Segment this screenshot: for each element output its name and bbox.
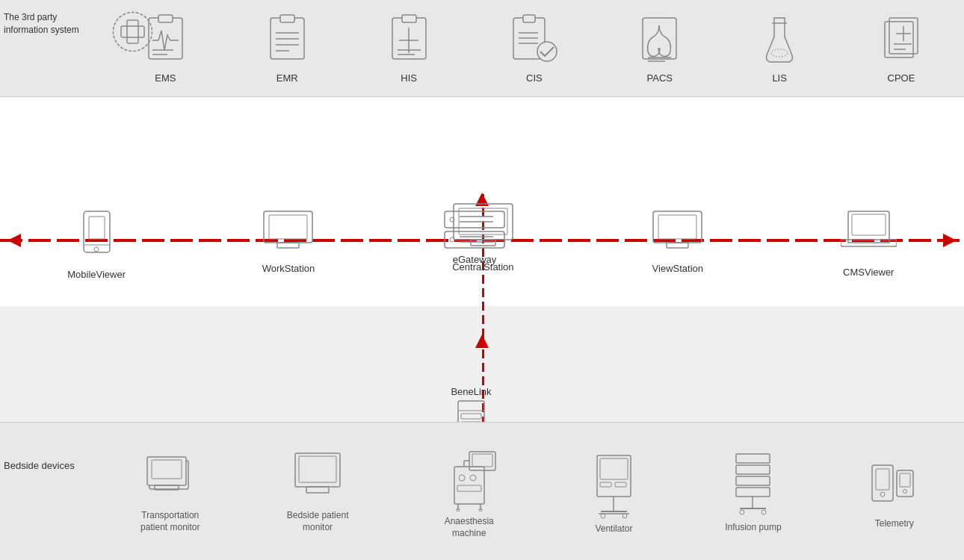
- svg-point-105: [761, 510, 766, 514]
- system-label-ems: EMS: [155, 72, 176, 84]
- device-bedside-monitor: Bedside patient monitor: [287, 449, 349, 533]
- svg-rect-8: [280, 15, 294, 22]
- svg-rect-100: [736, 476, 770, 485]
- station-workstation: WorkStation: [260, 209, 316, 274]
- svg-rect-90: [600, 458, 628, 479]
- svg-rect-101: [736, 488, 770, 497]
- device-ventilator: Ventilator: [590, 448, 638, 535]
- device-transport-monitor: Transportation patient monitor: [140, 449, 200, 533]
- svg-point-46: [94, 247, 99, 252]
- svg-rect-107: [876, 469, 889, 490]
- svg-point-24: [537, 42, 557, 61]
- system-label-pacs: PACS: [647, 72, 673, 84]
- device-label-infusion: Infusion pump: [725, 522, 781, 534]
- svg-point-29: [771, 49, 788, 57]
- svg-rect-92: [615, 482, 626, 487]
- system-item-ems: EMS: [145, 14, 186, 84]
- svg-rect-109: [897, 470, 913, 497]
- svg-rect-3: [149, 18, 182, 59]
- svg-rect-69: [147, 457, 186, 485]
- system-item-lis: LIS: [761, 14, 798, 84]
- stations-row: MobileViewer WorkStation CentralStatio: [0, 209, 964, 280]
- svg-rect-57: [658, 215, 696, 239]
- bedside-icons-row: Transportation patient monitor Bedside p…: [97, 423, 964, 560]
- svg-rect-73: [295, 453, 340, 487]
- svg-rect-56: [653, 211, 702, 243]
- svg-point-104: [740, 510, 744, 514]
- system-item-emr: EMR: [267, 14, 308, 84]
- svg-rect-59: [667, 243, 688, 248]
- svg-rect-55: [471, 240, 495, 246]
- svg-rect-64: [461, 414, 481, 419]
- svg-point-108: [880, 492, 885, 497]
- svg-point-111: [903, 489, 906, 493]
- system-label-cpoe: CPOE: [888, 72, 915, 84]
- station-label-mobile: MobileViewer: [67, 269, 126, 280]
- svg-rect-74: [299, 456, 336, 482]
- svg-rect-53: [459, 208, 507, 234]
- arrow-up-central: [475, 335, 489, 348]
- station-central: CentralStation: [451, 202, 515, 273]
- top-icons-row: EMS EMR HIS: [105, 0, 964, 97]
- device-label-anaesthesia: Anaesthesia machine: [445, 516, 494, 539]
- system-item-cis: CIS: [510, 14, 558, 84]
- middle-section: eGateway MobileViewer WorkStation: [0, 97, 964, 306]
- system-item-pacs: PACS: [639, 14, 680, 84]
- bottom-section: Bedside devices Transportation patient m…: [0, 422, 964, 560]
- svg-rect-44: [84, 211, 110, 252]
- svg-rect-48: [264, 211, 312, 243]
- svg-rect-49: [269, 215, 307, 239]
- svg-rect-76: [306, 487, 329, 493]
- svg-rect-51: [277, 243, 299, 248]
- system-item-cpoe: CPOE: [879, 14, 924, 84]
- svg-rect-84: [457, 485, 481, 491]
- svg-point-82: [459, 475, 465, 481]
- device-label-telemetry: Telemetry: [875, 518, 914, 530]
- station-label-central: CentralStation: [452, 261, 513, 273]
- system-label-his: HIS: [401, 72, 417, 84]
- svg-rect-47: [89, 217, 105, 239]
- svg-rect-91: [600, 482, 611, 487]
- svg-point-83: [470, 475, 476, 481]
- svg-rect-4: [158, 15, 173, 22]
- svg-rect-79: [472, 454, 492, 467]
- station-label-cms: CMSViewer: [843, 267, 894, 278]
- third-party-label: The 3rd party information system: [4, 11, 108, 37]
- system-label-lis: LIS: [772, 72, 787, 84]
- station-viewstation: ViewStation: [649, 209, 705, 274]
- station-label-workstation: WorkStation: [262, 263, 315, 274]
- device-anaesthesia: Anaesthesia machine: [436, 444, 503, 539]
- device-telemetry: Telemetry: [868, 454, 921, 530]
- svg-rect-61: [852, 214, 886, 235]
- svg-rect-78: [469, 452, 495, 470]
- bedside-label: Bedside devices: [4, 460, 75, 471]
- device-label-transport: Transportation patient monitor: [140, 510, 200, 533]
- svg-rect-110: [900, 473, 910, 487]
- system-label-emr: EMR: [276, 72, 298, 84]
- svg-rect-20: [523, 15, 535, 22]
- device-infusion-pump: Infusion pump: [725, 450, 781, 534]
- svg-rect-99: [736, 465, 770, 474]
- top-section: The 3rd party information system EMS: [0, 0, 964, 97]
- svg-rect-14: [402, 15, 416, 22]
- svg-point-96: [601, 514, 605, 518]
- benelink-label: BeneLink: [451, 386, 491, 397]
- svg-rect-98: [736, 454, 770, 463]
- system-label-cis: CIS: [526, 72, 543, 84]
- station-mobile-viewer: MobileViewer: [67, 209, 126, 280]
- system-item-his: HIS: [389, 14, 430, 84]
- svg-point-97: [622, 514, 627, 518]
- device-label-ventilator: Ventilator: [595, 523, 632, 535]
- station-label-view: ViewStation: [652, 263, 703, 274]
- station-cmsviewer: CMSViewer: [841, 209, 897, 278]
- svg-rect-89: [597, 455, 631, 497]
- svg-rect-106: [872, 465, 893, 501]
- device-label-bedside: Bedside patient monitor: [287, 510, 349, 533]
